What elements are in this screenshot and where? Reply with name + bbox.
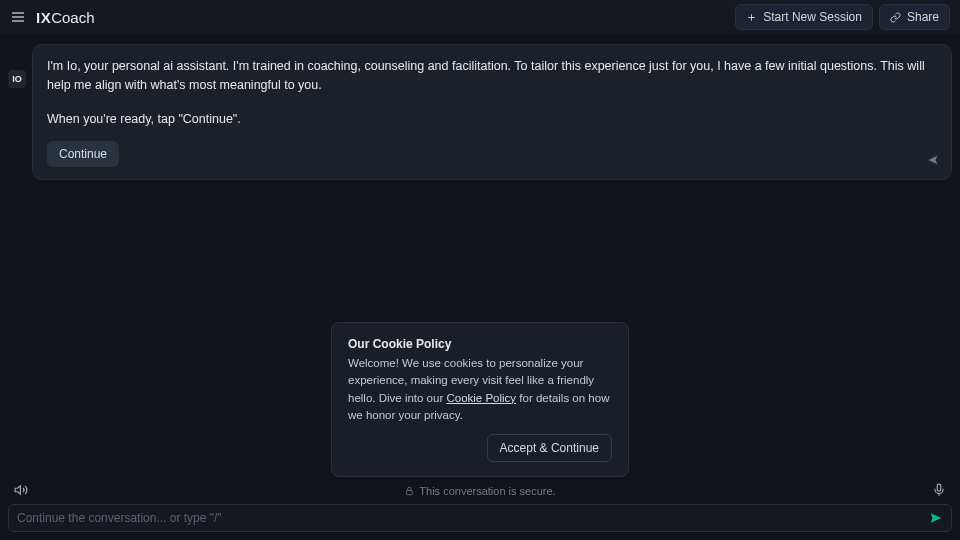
cookie-actions: Accept & Continue [348, 434, 612, 462]
svg-rect-7 [937, 484, 941, 491]
cookie-policy-link[interactable]: Cookie Policy [446, 392, 516, 404]
chat-input[interactable] [17, 511, 929, 525]
send-button[interactable] [929, 511, 943, 525]
share-button[interactable]: Share [879, 4, 950, 30]
menu-icon[interactable] [10, 9, 26, 25]
footer: This conversation is secure. [0, 482, 960, 540]
app-logo: IXCoach [36, 9, 95, 26]
cookie-body: Welcome! We use cookies to personalize y… [348, 355, 612, 424]
cookie-title: Our Cookie Policy [348, 337, 612, 351]
mic-icon[interactable] [932, 483, 946, 500]
message-paragraph-2: When you're ready, tap "Continue". [47, 110, 937, 129]
accept-cookies-button[interactable]: Accept & Continue [487, 434, 612, 462]
app-header: IXCoach Start New Session Share [0, 0, 960, 34]
start-new-session-label: Start New Session [763, 10, 862, 24]
logo-bold: IX [36, 9, 51, 26]
footer-top-row: This conversation is secure. [8, 482, 952, 500]
logo-light: Coach [51, 9, 94, 26]
svg-rect-6 [406, 491, 412, 495]
link-icon [890, 12, 901, 23]
chat-area: IO I'm Io, your personal ai assistant. I… [0, 34, 960, 180]
svg-marker-5 [15, 485, 20, 493]
plus-icon [746, 12, 757, 23]
message-row: IO I'm Io, your personal ai assistant. I… [8, 44, 952, 180]
header-left: IXCoach [10, 9, 95, 26]
message-paragraph-1: I'm Io, your personal ai assistant. I'm … [47, 57, 937, 96]
start-new-session-button[interactable]: Start New Session [735, 4, 873, 30]
header-right: Start New Session Share [735, 4, 950, 30]
message-send-icon[interactable] [927, 154, 939, 169]
lock-icon [404, 486, 414, 496]
continue-button[interactable]: Continue [47, 141, 119, 167]
cookie-popup: Our Cookie Policy Welcome! We use cookie… [331, 322, 629, 477]
secure-text: This conversation is secure. [419, 485, 555, 497]
assistant-avatar: IO [8, 70, 26, 88]
secure-indicator: This conversation is secure. [404, 485, 555, 497]
input-row [8, 504, 952, 532]
sound-icon[interactable] [14, 483, 28, 500]
assistant-message: I'm Io, your personal ai assistant. I'm … [32, 44, 952, 180]
share-label: Share [907, 10, 939, 24]
